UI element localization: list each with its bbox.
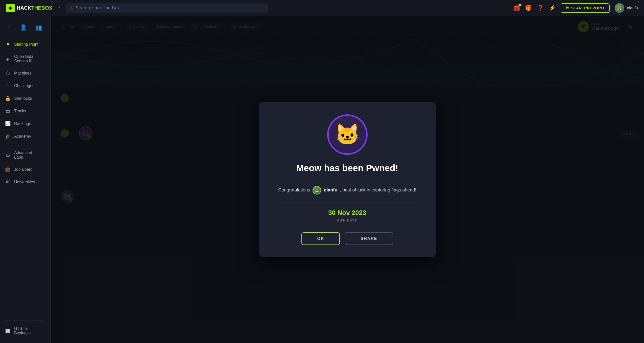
- gift-icon[interactable]: 🎁: [525, 5, 532, 11]
- sidebar-item-label: Tracks: [14, 109, 26, 113]
- congrats-row: Congratulations 🦊 qianfu , best of luck …: [274, 186, 421, 194]
- sidebar-item-label: Rankings: [14, 121, 31, 126]
- starting-point-label: STARTING POINT: [571, 6, 605, 10]
- starting-point-flag-icon: ⚑: [566, 6, 569, 10]
- sidebar-item-universities[interactable]: 🏛 Universities: [0, 176, 50, 188]
- topnav-right: 🧰 🎁 ❓ ⚡ ⚑ STARTING POINT 🦊 qianfu: [513, 3, 638, 13]
- username-label: qianfu: [627, 6, 638, 10]
- sidebar-group-icon[interactable]: 👥: [33, 22, 44, 33]
- modal-divider-1: [274, 180, 421, 180]
- starting-point-button[interactable]: ⚑ STARTING POINT: [561, 3, 610, 13]
- sidebar-item-advanced-labs[interactable]: ⊞ Advanced Labs +: [0, 147, 50, 163]
- sidebar-item-machines[interactable]: ⬡ Machines: [0, 67, 50, 80]
- search-icon: ⌕: [70, 5, 73, 11]
- sidebar-item-tracks[interactable]: ▤ Tracks: [0, 105, 50, 117]
- sherlocks-icon: 🔒: [5, 96, 11, 101]
- search-bar[interactable]: ⌕: [66, 3, 268, 13]
- challenges-icon: ⚐: [5, 83, 11, 89]
- rankings-icon: 📈: [5, 121, 11, 127]
- sidebar-divider: [4, 145, 46, 145]
- sidebar-item-htb-business[interactable]: 🏢 HTB for Business: [0, 323, 50, 339]
- pwned-title: Meow has been Pwned!: [274, 163, 421, 174]
- sidebar-item-label: Open Beta Season III: [14, 54, 45, 63]
- advanced-labs-plus-button[interactable]: +: [42, 153, 45, 158]
- pwned-avatar-wrap: 🐱: [327, 114, 368, 155]
- modal-username: qianfu: [324, 187, 337, 193]
- main-content: 🏷 Tags Telnet Network Protocols Reconnai…: [51, 16, 644, 343]
- sidebar-collapse-button[interactable]: ‹: [56, 4, 62, 12]
- sidebar-user-icon[interactable]: 👤: [18, 22, 29, 33]
- help-icon[interactable]: ❓: [537, 5, 544, 11]
- logo-text: HACKTHEBOX: [17, 5, 52, 11]
- job-board-icon: 💼: [5, 167, 11, 172]
- pwned-avatar-ring: 🐱: [327, 114, 368, 155]
- share-button[interactable]: SHARE: [345, 232, 393, 245]
- pwn-date-label: PWN DATE: [274, 219, 421, 222]
- sidebar-item-label: Sherlocks: [14, 96, 32, 101]
- sidebar-item-challenges[interactable]: ⚐ Challenges: [0, 80, 50, 92]
- logo-icon: ◈: [6, 4, 15, 12]
- lightning-icon[interactable]: ⚡: [549, 5, 556, 11]
- avatar: 🦊: [615, 3, 624, 13]
- tracks-icon: ▤: [5, 108, 11, 114]
- modal-divider-2: [274, 203, 421, 203]
- sidebar-item-label: Academy: [14, 134, 31, 139]
- sidebar-home-icon[interactable]: ⌂: [6, 22, 14, 33]
- ok-button[interactable]: OK: [301, 232, 340, 245]
- pwn-date: 30 Nov 2023: [274, 209, 421, 217]
- sidebar-item-label: Starting Point: [14, 42, 38, 47]
- sidebar-item-label: HTB for Business: [14, 326, 45, 335]
- sidebar-item-label: Universities: [14, 180, 35, 184]
- starting-point-icon: ⚑: [5, 42, 11, 47]
- machines-icon: ⬡: [5, 70, 11, 76]
- academy-icon: 🎓: [5, 134, 11, 139]
- search-input[interactable]: [76, 5, 264, 11]
- sidebar: ⌂ 👤 👥 ⚑ Starting Point ◈ Open Beta Seaso…: [0, 16, 51, 343]
- universities-icon: 🏛: [5, 179, 11, 185]
- user-avatar-button[interactable]: 🦊 qianfu: [615, 3, 638, 13]
- top-navigation: ◈ HACKTHEBOX ‹ ⌕ 🧰 🎁 ❓ ⚡ ⚑ STARTING POIN…: [0, 0, 644, 16]
- sidebar-item-label: Job Board: [14, 167, 33, 172]
- pwned-modal: 🐱 Meow has been Pwned! Congratulations 🦊…: [259, 102, 436, 257]
- sidebar-item-starting-point[interactable]: ⚑ Starting Point: [0, 38, 50, 51]
- sidebar-item-rankings[interactable]: 📈 Rankings: [0, 117, 50, 130]
- htb-business-icon: 🏢: [5, 328, 11, 334]
- sidebar-item-open-beta[interactable]: ◈ Open Beta Season III: [0, 51, 50, 67]
- advanced-labs-icon: ⊞: [5, 152, 11, 158]
- modal-buttons: OK SHARE: [274, 232, 421, 245]
- sidebar-bottom-divider: [4, 321, 46, 321]
- toolbox-icon[interactable]: 🧰: [513, 5, 520, 11]
- sidebar-item-label: Advanced Labs: [14, 151, 39, 160]
- sidebar-item-job-board[interactable]: 💼 Job Board: [0, 163, 50, 176]
- sidebar-top-icons: ⌂ 👤 👥: [0, 20, 50, 36]
- modal-overlay: 🐱 Meow has been Pwned! Congratulations 🦊…: [51, 16, 644, 343]
- user-mini-avatar: 🦊: [313, 186, 321, 194]
- congrats-prefix: Congratulations: [278, 187, 310, 193]
- sidebar-item-academy[interactable]: 🎓 Academy: [0, 130, 50, 143]
- logo[interactable]: ◈ HACKTHEBOX: [6, 4, 52, 12]
- toolbox-badge: [518, 4, 521, 6]
- open-beta-icon: ◈: [5, 56, 11, 62]
- sidebar-item-label: Challenges: [14, 84, 34, 88]
- sidebar-item-label: Machines: [14, 71, 31, 76]
- congrats-suffix: , best of luck in capturing flags ahead!: [340, 187, 416, 193]
- sidebar-item-sherlocks[interactable]: 🔒 Sherlocks: [0, 92, 50, 105]
